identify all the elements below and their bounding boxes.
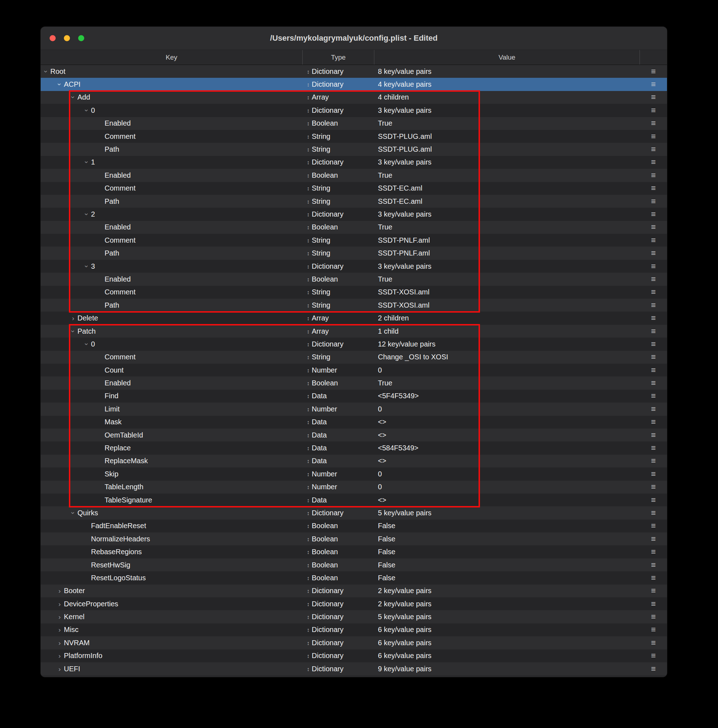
row-menu-icon[interactable]: ≡ <box>651 223 655 231</box>
zoom-window-icon[interactable] <box>78 35 84 41</box>
row-menu-icon[interactable]: ≡ <box>651 509 655 517</box>
type-stepper-icon[interactable]: ↕ <box>307 264 310 269</box>
plist-row[interactable]: ResetLogoStatus↕BooleanFalse≡ <box>41 571 667 584</box>
row-value[interactable]: SSDT-EC.aml <box>374 184 640 192</box>
type-stepper-icon[interactable]: ↕ <box>307 121 310 126</box>
row-menu-icon[interactable]: ≡ <box>651 301 655 309</box>
plist-row[interactable]: Comment↕StringChange _OSI to XOSI≡ <box>41 351 667 364</box>
type-stepper-icon[interactable]: ↕ <box>307 173 310 178</box>
type-stepper-icon[interactable]: ↕ <box>307 82 310 87</box>
row-value[interactable]: 12 key/value pairs <box>374 340 640 348</box>
row-menu-icon[interactable]: ≡ <box>651 418 655 426</box>
row-menu-icon[interactable]: ≡ <box>651 457 655 465</box>
row-type-cell[interactable]: ↕String <box>303 249 374 257</box>
plist-row[interactable]: Enabled↕BooleanTrue≡ <box>41 376 667 389</box>
plist-row[interactable]: ResetHwSig↕BooleanFalse≡ <box>41 558 667 571</box>
row-menu-icon[interactable]: ≡ <box>651 353 655 361</box>
plist-row[interactable]: Comment↕StringSSDT-EC.aml≡ <box>41 182 667 195</box>
row-menu-icon[interactable]: ≡ <box>651 210 655 219</box>
row-menu-icon[interactable]: ≡ <box>651 197 655 206</box>
window-titlebar[interactable]: /Users/mykolagrymalyuk/config.plist - Ed… <box>41 27 667 50</box>
plist-row[interactable]: ›Booter↕Dictionary2 key/value pairs≡ <box>41 584 667 597</box>
disclosure-triangle-icon[interactable]: › <box>56 665 64 672</box>
row-type-cell[interactable]: ↕Dictionary <box>303 158 374 166</box>
plist-row[interactable]: Enabled↕BooleanTrue≡ <box>41 273 667 286</box>
type-stepper-icon[interactable]: ↕ <box>307 212 310 217</box>
row-value[interactable]: 1 child <box>374 327 640 335</box>
row-value[interactable]: True <box>374 379 640 387</box>
plist-row[interactable]: Enabled↕BooleanTrue≡ <box>41 169 667 182</box>
row-type-cell[interactable]: ↕Dictionary <box>303 665 374 673</box>
type-stepper-icon[interactable]: ↕ <box>307 289 310 295</box>
row-menu-icon[interactable]: ≡ <box>651 574 655 582</box>
plist-row[interactable]: Comment↕StringSSDT-PLUG.aml≡ <box>41 130 667 143</box>
disclosure-triangle-icon[interactable]: › <box>69 315 77 321</box>
plist-row[interactable]: Path↕StringSSDT-EC.aml≡ <box>41 195 667 208</box>
disclosure-triangle-icon[interactable]: › <box>70 509 77 517</box>
row-value[interactable]: True <box>374 119 640 127</box>
type-stepper-icon[interactable]: ↕ <box>307 134 310 139</box>
type-stepper-icon[interactable]: ↕ <box>307 367 310 373</box>
plist-row[interactable]: Enabled↕BooleanTrue≡ <box>41 221 667 234</box>
row-menu-icon[interactable]: ≡ <box>651 93 655 101</box>
row-menu-icon[interactable]: ≡ <box>651 236 655 245</box>
type-stepper-icon[interactable]: ↕ <box>307 666 310 671</box>
plist-row[interactable]: Comment↕StringSSDT-XOSI.aml≡ <box>41 286 667 299</box>
row-value[interactable]: SSDT-XOSI.aml <box>374 301 640 309</box>
row-menu-icon[interactable]: ≡ <box>651 288 655 296</box>
row-value[interactable]: 3 key/value pairs <box>374 262 640 271</box>
plist-row[interactable]: Path↕StringSSDT-PNLF.aml≡ <box>41 246 667 260</box>
row-type-cell[interactable]: ↕String <box>303 301 374 309</box>
plist-row[interactable]: ›UEFI↕Dictionary9 key/value pairs≡ <box>41 662 667 675</box>
type-stepper-icon[interactable]: ↕ <box>307 277 310 282</box>
disclosure-triangle-icon[interactable]: › <box>56 652 64 659</box>
plist-row[interactable]: ›NVRAM↕Dictionary6 key/value pairs≡ <box>41 636 667 649</box>
plist-row[interactable]: Path↕StringSSDT-XOSI.aml≡ <box>41 299 667 312</box>
row-menu-icon[interactable]: ≡ <box>651 171 655 179</box>
plist-row[interactable]: ›Kernel↕Dictionary5 key/value pairs≡ <box>41 610 667 623</box>
close-window-icon[interactable] <box>50 35 56 41</box>
row-value[interactable]: True <box>374 275 640 283</box>
plist-row[interactable]: ›1↕Dictionary3 key/value pairs≡ <box>41 156 667 169</box>
row-menu-icon[interactable]: ≡ <box>651 366 655 374</box>
row-value[interactable]: <584F5349> <box>374 444 640 452</box>
row-type-cell[interactable]: ↕Data <box>303 457 374 465</box>
plist-row[interactable]: Path↕StringSSDT-PLUG.aml≡ <box>41 143 667 156</box>
row-value[interactable]: 0 <box>374 366 640 374</box>
type-stepper-icon[interactable]: ↕ <box>307 458 310 463</box>
row-value[interactable]: 3 key/value pairs <box>374 106 640 115</box>
disclosure-triangle-icon[interactable]: › <box>56 626 64 633</box>
row-type-cell[interactable]: ↕Data <box>303 431 374 439</box>
type-stepper-icon[interactable]: ↕ <box>307 563 310 568</box>
plist-row[interactable]: ›0↕Dictionary12 key/value pairs≡ <box>41 338 667 350</box>
plist-row[interactable]: TableLength↕Number0≡ <box>41 481 667 494</box>
disclosure-triangle-icon[interactable]: › <box>56 613 64 620</box>
row-type-cell[interactable]: ↕Boolean <box>303 223 374 231</box>
row-value[interactable]: False <box>374 561 640 569</box>
plist-row[interactable]: Find↕Data<5F4F5349>≡ <box>41 390 667 402</box>
plist-row[interactable]: ›Delete↕Array2 children≡ <box>41 312 667 324</box>
type-stepper-icon[interactable]: ↕ <box>307 315 310 321</box>
row-type-cell[interactable]: ↕Dictionary <box>303 600 374 608</box>
row-menu-icon[interactable]: ≡ <box>651 639 655 647</box>
type-stepper-icon[interactable]: ↕ <box>307 484 310 489</box>
plist-row[interactable]: Limit↕Number0≡ <box>41 402 667 415</box>
plist-row[interactable]: ›Root↕Dictionary8 key/value pairs≡ <box>41 65 667 78</box>
type-stepper-icon[interactable]: ↕ <box>307 433 310 438</box>
row-value[interactable]: 3 key/value pairs <box>374 210 640 219</box>
row-menu-icon[interactable]: ≡ <box>651 327 655 335</box>
column-header-value[interactable]: Value <box>374 50 640 64</box>
plist-row[interactable]: ›3↕Dictionary3 key/value pairs≡ <box>41 260 667 273</box>
type-stepper-icon[interactable]: ↕ <box>307 159 310 165</box>
disclosure-triangle-icon[interactable]: › <box>84 158 90 166</box>
disclosure-triangle-icon[interactable]: › <box>57 81 63 89</box>
type-stepper-icon[interactable]: ↕ <box>307 341 310 347</box>
row-type-cell[interactable]: ↕Dictionary <box>303 587 374 595</box>
row-value[interactable]: <> <box>374 457 640 465</box>
row-menu-icon[interactable]: ≡ <box>651 145 655 153</box>
type-stepper-icon[interactable]: ↕ <box>307 523 310 529</box>
row-type-cell[interactable]: ↕Dictionary <box>303 639 374 647</box>
row-menu-icon[interactable]: ≡ <box>651 132 655 141</box>
type-stepper-icon[interactable]: ↕ <box>307 510 310 515</box>
plist-row[interactable]: ›Add↕Array4 children≡ <box>41 91 667 104</box>
